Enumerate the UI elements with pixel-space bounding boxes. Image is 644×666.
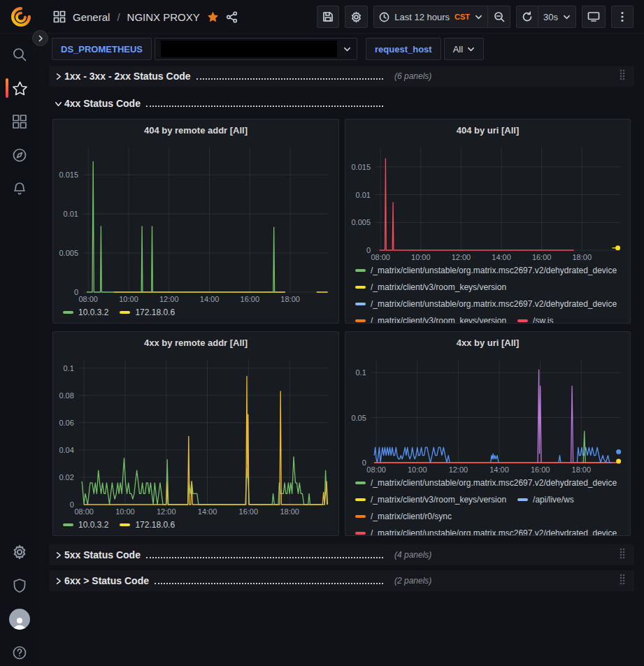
sidebar-item-alerting[interactable] — [0, 175, 39, 203]
timeseries-chart[interactable]: 08:0010:0012:0014:0016:0018:0000.020.040… — [53, 353, 338, 517]
top-navbar: General / NGINX PROXY — [0, 0, 644, 34]
refresh-button[interactable] — [516, 6, 538, 28]
legend-item[interactable]: /_matrix/client/v3/room_keys/version — [355, 281, 506, 294]
legend-item[interactable]: 10.0.3.2 — [63, 519, 108, 531]
variables-row: DS_PROMETHEUS request_host All — [52, 38, 484, 60]
share-icon[interactable] — [226, 11, 238, 23]
help-icon — [12, 645, 27, 660]
legend-item[interactable]: /_matrix/client/unstable/org.matrix.msc2… — [355, 264, 617, 277]
breadcrumb-folder[interactable]: General — [73, 11, 110, 23]
gear-icon — [350, 11, 362, 23]
row-title: 5xx Status Code — [64, 549, 141, 560]
row-panel-count: (6 panels) — [394, 71, 431, 81]
legend-item[interactable]: 172.18.0.6 — [120, 306, 175, 319]
legend-color-swatch — [120, 311, 130, 314]
legend-color-swatch — [355, 319, 366, 322]
time-picker-group: Last 12 hours CST — [373, 6, 510, 28]
dashboard-settings-button[interactable] — [345, 6, 368, 28]
svg-text:0.005: 0.005 — [351, 218, 371, 226]
legend-label: /_matrix/client/unstable/org.matrix.msc2… — [371, 527, 617, 536]
svg-text:0.05: 0.05 — [351, 414, 366, 422]
dotted-leader — [146, 106, 383, 107]
panel-title[interactable]: 404 by remote addr [All] — [53, 120, 338, 140]
legend-item[interactable]: /_matrix/client/v3/room_keys/version — [355, 314, 506, 324]
legend-label: /_matrix/client/r0/sync — [371, 510, 452, 523]
panel-title[interactable]: 4xx by uri [All] — [345, 332, 630, 353]
legend-item[interactable]: /_matrix/client/v3/room_keys/version — [355, 493, 506, 506]
dashboard-row-4xx[interactable]: 4xx Status Code — [49, 93, 634, 114]
chevron-down-icon — [467, 45, 475, 53]
svg-text:0.015: 0.015 — [59, 171, 78, 179]
sidebar-item-starred[interactable] — [0, 74, 39, 102]
tv-mode-button[interactable] — [582, 6, 606, 28]
save-dashboard-button[interactable] — [317, 6, 339, 28]
active-item-indicator — [6, 78, 8, 98]
legend-label: 172.18.0.6 — [135, 519, 175, 531]
legend-item[interactable]: /_matrix/client/r0/sync — [355, 510, 452, 523]
row-drag-handle[interactable] — [619, 574, 626, 588]
sidebar-item-dashboards[interactable] — [0, 108, 39, 136]
svg-text:14:00: 14:00 — [198, 507, 217, 516]
legend-color-swatch — [120, 523, 130, 526]
datasource-variable-select[interactable] — [155, 38, 357, 60]
svg-text:0.005: 0.005 — [59, 249, 78, 257]
favorite-star-icon[interactable] — [207, 11, 219, 23]
timeseries-chart[interactable]: 08:0010:0012:0014:0016:0018:0000.0050.01… — [53, 140, 338, 305]
legend-label: /sw.js — [533, 314, 553, 324]
legend-item[interactable]: /_matrix/client/unstable/org.matrix.msc2… — [355, 477, 617, 489]
legend-item[interactable]: 10.0.3.2 — [63, 306, 108, 319]
shield-icon — [12, 578, 27, 593]
sidebar-item-help[interactable] — [0, 639, 39, 666]
dashboard-row-1xx-3xx-2xx[interactable]: 1xx - 3xx - 2xx Status Code (6 panels) — [49, 66, 634, 87]
monitor-icon — [587, 11, 600, 22]
panel-legend: 10.0.3.2172.18.0.6 — [53, 517, 338, 535]
svg-text:10:00: 10:00 — [411, 253, 431, 261]
legend-item[interactable]: 172.18.0.6 — [120, 519, 175, 531]
row-drag-handle[interactable] — [619, 69, 626, 83]
legend-color-swatch — [355, 269, 366, 272]
legend-item[interactable]: /_matrix/client/unstable/org.matrix.msc2… — [355, 527, 617, 536]
panel-title[interactable]: 4xx by remote addr [All] — [53, 332, 338, 353]
legend-item[interactable]: /api/live/ws — [517, 493, 574, 506]
sidebar-item-search[interactable] — [0, 41, 39, 68]
row-title: 1xx - 3xx - 2xx Status Code — [64, 71, 191, 82]
more-options-button[interactable] — [611, 6, 634, 28]
chevron-down-icon — [343, 45, 351, 53]
row-drag-handle[interactable] — [619, 548, 626, 562]
legend-item[interactable]: /sw.js — [517, 314, 553, 324]
dashboard-row-6xx[interactable]: 6xx > Status Code (2 panels) — [49, 570, 634, 591]
panel-row-1: 404 by remote addr [All] 08:0010:0012:00… — [52, 119, 631, 324]
sidebar-item-profile[interactable] — [0, 605, 39, 633]
sidebar-item-configuration[interactable] — [0, 538, 39, 566]
time-range-label: Last 12 hours — [394, 12, 450, 22]
timeseries-chart[interactable]: 08:0010:0012:0014:0016:0018:0000.050.1 — [345, 353, 630, 475]
refresh-interval-picker[interactable]: 30s — [538, 6, 576, 28]
breadcrumb-dashboard[interactable]: NGINX PROXY — [127, 11, 200, 23]
dashboard-row-5xx[interactable]: 5xx Status Code (4 panels) — [49, 544, 634, 565]
legend-color-swatch — [517, 319, 528, 322]
panel-4xx-by-remote-addr: 4xx by remote addr [All] 08:0010:0012:00… — [52, 331, 339, 536]
request-host-variable-select[interactable]: All — [444, 38, 484, 60]
grafana-logo-icon[interactable] — [11, 7, 31, 27]
open-menu-toggle[interactable] — [32, 30, 48, 46]
legend-item[interactable]: /_matrix/client/unstable/org.matrix.msc2… — [355, 298, 617, 310]
zoom-out-time-button[interactable] — [488, 6, 510, 28]
panel-row-2: 4xx by remote addr [All] 08:0010:0012:00… — [52, 331, 631, 536]
sidebar-item-server-admin[interactable] — [0, 572, 39, 600]
timeseries-chart[interactable]: 08:0010:0012:0014:0016:0018:0000.0050.01… — [345, 140, 630, 263]
refresh-icon — [522, 11, 533, 22]
panel-legend: /_matrix/client/unstable/org.matrix.msc2… — [345, 475, 630, 536]
chevron-down-icon — [563, 13, 571, 21]
dashboards-grid-icon — [53, 10, 66, 23]
legend-color-swatch — [355, 498, 366, 501]
legend-color-swatch — [355, 532, 366, 535]
dotted-leader — [196, 78, 383, 80]
panel-title[interactable]: 404 by uri [All] — [345, 120, 630, 140]
breadcrumb: General / NGINX PROXY — [53, 0, 238, 34]
time-range-picker[interactable]: Last 12 hours CST — [373, 6, 488, 28]
navbar-actions: Last 12 hours CST 30s — [317, 6, 634, 28]
star-icon — [12, 80, 28, 96]
sidebar-item-explore[interactable] — [0, 141, 39, 169]
legend-label: /_matrix/client/v3/room_keys/version — [371, 493, 506, 506]
gear-icon — [12, 544, 27, 560]
